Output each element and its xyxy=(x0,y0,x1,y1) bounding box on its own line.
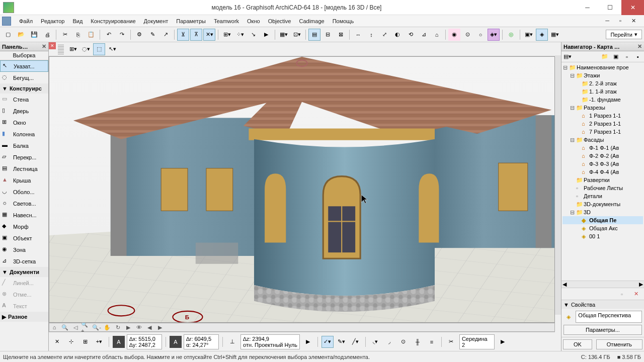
view-a[interactable]: ▤ xyxy=(308,29,320,41)
vc-zoomin[interactable]: 🔍+ xyxy=(81,323,91,331)
close-button[interactable]: ✕ xyxy=(621,0,644,15)
menu-design[interactable]: Конструирование xyxy=(87,18,139,24)
menu-file[interactable]: Файл xyxy=(15,18,37,24)
paste-button[interactable] xyxy=(85,29,97,41)
params-button[interactable]: Параметры... xyxy=(564,325,642,335)
stair-tool[interactable]: Лестница xyxy=(0,163,48,174)
props-combo[interactable]: Общая Перспектива xyxy=(576,311,642,323)
snap-b[interactable]: ⊼ xyxy=(190,29,202,41)
menu-edit[interactable]: Редактор xyxy=(37,18,68,24)
navigator-close-icon[interactable]: ✕ xyxy=(637,43,642,50)
ok-button[interactable]: OK xyxy=(563,339,592,349)
grid-icon[interactable]: ⊞ xyxy=(79,336,91,348)
vc-zoom[interactable]: 🔍 xyxy=(60,323,70,331)
more-category[interactable]: ▶ Разное xyxy=(0,312,48,322)
menu-objective[interactable]: Objective xyxy=(264,18,295,24)
menu-help[interactable]: Помощь xyxy=(329,18,358,24)
construct-category[interactable]: ▼ Конструирс xyxy=(0,83,48,94)
menu-teamwork[interactable]: Teamwork xyxy=(210,18,243,24)
go-3d[interactable]: ◎ xyxy=(505,29,517,41)
vc-fwd[interactable]: ▶ xyxy=(155,323,165,331)
nav-popup[interactable]: ▤▾ xyxy=(562,52,573,61)
marquee-tool[interactable]: ◌Бегущ... xyxy=(0,72,48,83)
vc-orbit[interactable]: ↻ xyxy=(113,323,123,331)
edit-a[interactable]: ↔ xyxy=(352,29,364,41)
snap4[interactable]: ◟▾ xyxy=(369,336,381,348)
column-tool[interactable]: Колонна xyxy=(0,128,48,140)
window-tool[interactable]: Окно xyxy=(0,117,48,128)
skylight-tool[interactable]: Светов... xyxy=(0,198,48,209)
save-button[interactable] xyxy=(28,29,40,41)
pointer-tool[interactable]: Указат... xyxy=(0,60,48,72)
cancel-button[interactable]: Отменить xyxy=(596,339,642,349)
render-a[interactable]: ◉ xyxy=(448,29,460,41)
edit-f[interactable]: ⊿ xyxy=(418,29,430,41)
snap1[interactable]: ✓▾ xyxy=(321,336,334,348)
z-icon[interactable]: ⊥ xyxy=(226,336,238,348)
nav-publisher[interactable]: ▪ xyxy=(633,52,643,61)
info-c[interactable]: ⬚ xyxy=(93,43,105,55)
info-b[interactable]: ◌▾ xyxy=(80,43,92,55)
maximize-button[interactable]: ☐ xyxy=(599,0,621,15)
wall-tool[interactable]: Стена xyxy=(0,94,48,105)
info-a[interactable]: ⊞▾ xyxy=(67,43,79,55)
level-tool[interactable]: Отме... xyxy=(0,289,48,300)
navigator-tree[interactable]: ⊟Наименование прое ⊟Этажи 2. 2-й этаж 1.… xyxy=(561,62,644,281)
snap7[interactable]: ╫ xyxy=(412,336,424,348)
nav-new-icon[interactable]: ▫ xyxy=(616,288,628,300)
view-c[interactable]: ⊠ xyxy=(335,29,347,41)
vc-prev[interactable]: ◁ xyxy=(70,323,80,331)
grid-c[interactable]: ↘ xyxy=(247,29,259,41)
tool-b[interactable]: ✎ xyxy=(146,29,158,41)
document-category[interactable]: ▼ Документи xyxy=(0,267,48,277)
layer-a[interactable]: ▦▾ xyxy=(278,29,290,41)
snap-a[interactable]: ⊻ xyxy=(177,29,189,41)
xy-icon[interactable]: A xyxy=(113,336,125,348)
edit-c[interactable]: ⤢ xyxy=(378,29,390,41)
vc-look[interactable]: 👁 xyxy=(134,323,144,331)
copy-button[interactable] xyxy=(72,29,84,41)
drag-handle-icon[interactable] xyxy=(58,44,64,54)
mdi-minimize-icon[interactable]: ─ xyxy=(601,18,613,24)
tab-close-icon[interactable]: ✕ xyxy=(49,42,56,49)
toolbox-close-icon[interactable]: ✕ xyxy=(42,43,46,50)
snap5[interactable]: ◞ xyxy=(383,336,395,348)
layer-b[interactable]: ⊡▾ xyxy=(291,29,303,41)
nav-project-map[interactable] xyxy=(600,52,610,61)
new-button[interactable] xyxy=(2,29,14,41)
view-b[interactable]: ⊟ xyxy=(321,29,334,41)
edit-e[interactable]: ⟲ xyxy=(405,29,417,41)
snap-c[interactable]: ✕▾ xyxy=(203,29,215,41)
3d-viewport[interactable]: Б xyxy=(49,56,555,323)
nav-a[interactable]: ▣▾ xyxy=(523,29,535,41)
mdi-close-icon[interactable]: ✕ xyxy=(627,18,640,24)
menu-window[interactable]: Окно xyxy=(243,18,264,24)
edit-g[interactable]: ⌂ xyxy=(431,29,443,41)
mesh-tool[interactable]: 3D-сетка xyxy=(0,255,48,267)
axis-icon[interactable]: ⊹ xyxy=(65,336,77,348)
shell-tool[interactable]: Оболо... xyxy=(0,186,48,198)
curtain-tool[interactable]: Навесн... xyxy=(0,209,48,221)
nav-hscroll[interactable]: ◀▶ xyxy=(561,281,644,288)
tool-c[interactable]: ↗ xyxy=(159,29,172,41)
menu-options[interactable]: Параметры xyxy=(172,18,210,24)
next-icon[interactable]: ▶ xyxy=(302,336,314,348)
snap8[interactable]: ≡ xyxy=(426,336,438,348)
info-d[interactable]: ↖▾ xyxy=(106,43,118,55)
text-tool[interactable]: Текст xyxy=(0,300,48,312)
origin-icon[interactable]: ✕ xyxy=(51,336,63,348)
vc-pan[interactable]: ✋ xyxy=(102,323,112,331)
redo-button[interactable] xyxy=(116,29,128,41)
mdi-restore-icon[interactable]: ▫ xyxy=(615,18,625,24)
door-tool[interactable]: Дверь xyxy=(0,105,48,117)
plus-icon[interactable]: +▾ xyxy=(93,336,105,348)
tool-a[interactable]: ⚙ xyxy=(133,29,145,41)
render-c[interactable]: ○ xyxy=(474,29,487,41)
cut-button[interactable] xyxy=(59,29,71,41)
menu-document[interactable]: Документ xyxy=(140,18,173,24)
polar-icon[interactable]: A xyxy=(170,336,182,348)
vc-back[interactable]: ◀ xyxy=(144,323,154,331)
undo-button[interactable] xyxy=(103,29,115,41)
edit-b[interactable]: ↕ xyxy=(365,29,377,41)
nav-delete-icon[interactable]: ✕ xyxy=(630,288,642,300)
